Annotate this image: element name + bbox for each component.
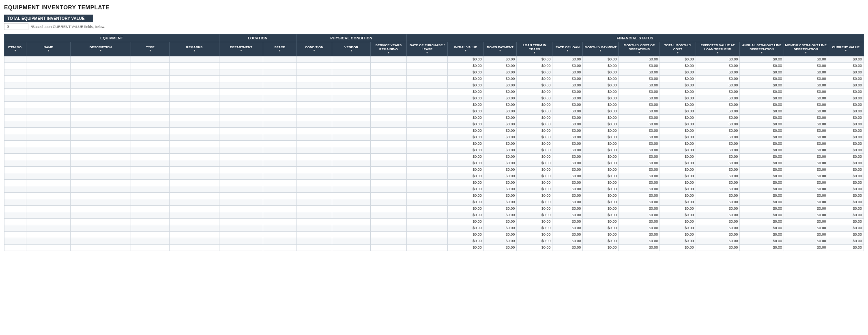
cell-value[interactable]: $0.00 xyxy=(552,212,583,218)
cell-value[interactable]: $0.00 xyxy=(828,212,864,218)
cell-value[interactable]: $0.00 xyxy=(660,62,696,69)
cell-value[interactable]: $0.00 xyxy=(828,82,864,88)
cell-value[interactable]: $0.00 xyxy=(517,62,552,69)
cell-text[interactable] xyxy=(4,205,26,212)
cell-value[interactable]: $0.00 xyxy=(740,199,784,205)
cell-value[interactable]: $0.00 xyxy=(517,160,552,166)
cell-value[interactable]: $0.00 xyxy=(448,205,483,212)
cell-value[interactable]: $0.00 xyxy=(696,173,740,179)
cell-text[interactable] xyxy=(170,82,219,88)
cell-text[interactable] xyxy=(219,238,263,244)
cell-date[interactable] xyxy=(406,114,448,121)
cell-value[interactable]: $0.00 xyxy=(784,82,828,88)
cell-text[interactable] xyxy=(70,225,131,231)
cell-value[interactable]: $0.00 xyxy=(828,134,864,140)
table-row[interactable]: $0.00$0.00$0.00$0.00$0.00$0.00$0.00$0.00… xyxy=(4,186,864,192)
cell-value[interactable]: $0.00 xyxy=(740,179,784,186)
cell-value[interactable]: $0.00 xyxy=(583,153,619,160)
cell-value[interactable]: $0.00 xyxy=(660,199,696,205)
col-rate-of-loan[interactable]: RATE OF LOAN▼ xyxy=(552,42,583,56)
cell-value[interactable]: $0.00 xyxy=(517,225,552,231)
table-row[interactable]: $0.00$0.00$0.00$0.00$0.00$0.00$0.00$0.00… xyxy=(4,212,864,218)
cell-text[interactable] xyxy=(4,160,26,166)
cell-text[interactable] xyxy=(332,166,371,173)
cell-value[interactable]: $0.00 xyxy=(517,88,552,95)
cell-value[interactable]: $0.00 xyxy=(552,69,583,75)
cell-value[interactable]: $0.00 xyxy=(740,244,784,251)
cell-value[interactable]: $0.00 xyxy=(828,127,864,134)
cell-value[interactable]: $0.00 xyxy=(784,218,828,225)
cell-value[interactable]: $0.00 xyxy=(660,69,696,75)
cell-value[interactable]: $0.00 xyxy=(619,82,660,88)
cell-value[interactable]: $0.00 xyxy=(660,225,696,231)
cell-value[interactable]: $0.00 xyxy=(828,101,864,108)
cell-text[interactable] xyxy=(263,147,296,153)
cell-text[interactable] xyxy=(371,212,406,218)
cell-value[interactable]: $0.00 xyxy=(448,244,483,251)
cell-text[interactable] xyxy=(332,82,371,88)
cell-value[interactable]: $0.00 xyxy=(483,88,517,95)
cell-text[interactable] xyxy=(70,192,131,199)
cell-text[interactable] xyxy=(296,69,332,75)
cell-text[interactable] xyxy=(371,199,406,205)
col-description[interactable]: DESCRIPTION▼ xyxy=(70,42,131,56)
cell-text[interactable] xyxy=(219,101,263,108)
cell-date[interactable] xyxy=(406,62,448,69)
cell-value[interactable]: $0.00 xyxy=(660,205,696,212)
cell-value[interactable]: $0.00 xyxy=(448,114,483,121)
cell-value[interactable]: $0.00 xyxy=(696,244,740,251)
cell-value[interactable]: $0.00 xyxy=(828,199,864,205)
cell-date[interactable] xyxy=(406,82,448,88)
cell-value[interactable]: $0.00 xyxy=(828,121,864,127)
cell-value[interactable]: $0.00 xyxy=(828,218,864,225)
cell-value[interactable]: $0.00 xyxy=(784,244,828,251)
cell-value[interactable]: $0.00 xyxy=(740,56,784,62)
table-row[interactable]: $0.00$0.00$0.00$0.00$0.00$0.00$0.00$0.00… xyxy=(4,75,864,82)
cell-value[interactable]: $0.00 xyxy=(517,218,552,225)
cell-value[interactable]: $0.00 xyxy=(552,244,583,251)
cell-value[interactable]: $0.00 xyxy=(552,75,583,82)
cell-text[interactable] xyxy=(332,88,371,95)
cell-text[interactable] xyxy=(332,205,371,212)
cell-text[interactable] xyxy=(4,244,26,251)
cell-text[interactable] xyxy=(26,121,71,127)
cell-value[interactable]: $0.00 xyxy=(660,95,696,101)
col-annual-straight[interactable]: ANNUAL STRAIGHT LINE DEPRECIATION▼ xyxy=(740,42,784,56)
cell-text[interactable] xyxy=(131,56,170,62)
cell-value[interactable]: $0.00 xyxy=(517,238,552,244)
cell-value[interactable]: $0.00 xyxy=(483,108,517,114)
cell-date[interactable] xyxy=(406,153,448,160)
cell-text[interactable] xyxy=(296,75,332,82)
cell-text[interactable] xyxy=(131,212,170,218)
cell-text[interactable] xyxy=(131,108,170,114)
cell-text[interactable] xyxy=(170,114,219,121)
cell-text[interactable] xyxy=(263,173,296,179)
cell-text[interactable] xyxy=(170,121,219,127)
cell-text[interactable] xyxy=(70,108,131,114)
cell-text[interactable] xyxy=(219,205,263,212)
cell-value[interactable]: $0.00 xyxy=(552,56,583,62)
cell-text[interactable] xyxy=(371,88,406,95)
cell-value[interactable]: $0.00 xyxy=(448,238,483,244)
cell-text[interactable] xyxy=(332,225,371,231)
cell-text[interactable] xyxy=(219,82,263,88)
cell-value[interactable]: $0.00 xyxy=(619,147,660,153)
cell-value[interactable]: $0.00 xyxy=(619,62,660,69)
cell-text[interactable] xyxy=(170,179,219,186)
cell-text[interactable] xyxy=(170,88,219,95)
cell-text[interactable] xyxy=(263,62,296,69)
cell-value[interactable]: $0.00 xyxy=(619,134,660,140)
cell-text[interactable] xyxy=(263,121,296,127)
cell-value[interactable]: $0.00 xyxy=(583,238,619,244)
cell-text[interactable] xyxy=(170,147,219,153)
cell-text[interactable] xyxy=(332,75,371,82)
cell-value[interactable]: $0.00 xyxy=(552,179,583,186)
cell-text[interactable] xyxy=(371,121,406,127)
cell-value[interactable]: $0.00 xyxy=(448,173,483,179)
cell-value[interactable]: $0.00 xyxy=(784,205,828,212)
cell-value[interactable]: $0.00 xyxy=(740,95,784,101)
cell-value[interactable]: $0.00 xyxy=(619,69,660,75)
cell-text[interactable] xyxy=(4,114,26,121)
cell-date[interactable] xyxy=(406,199,448,205)
cell-value[interactable]: $0.00 xyxy=(740,225,784,231)
